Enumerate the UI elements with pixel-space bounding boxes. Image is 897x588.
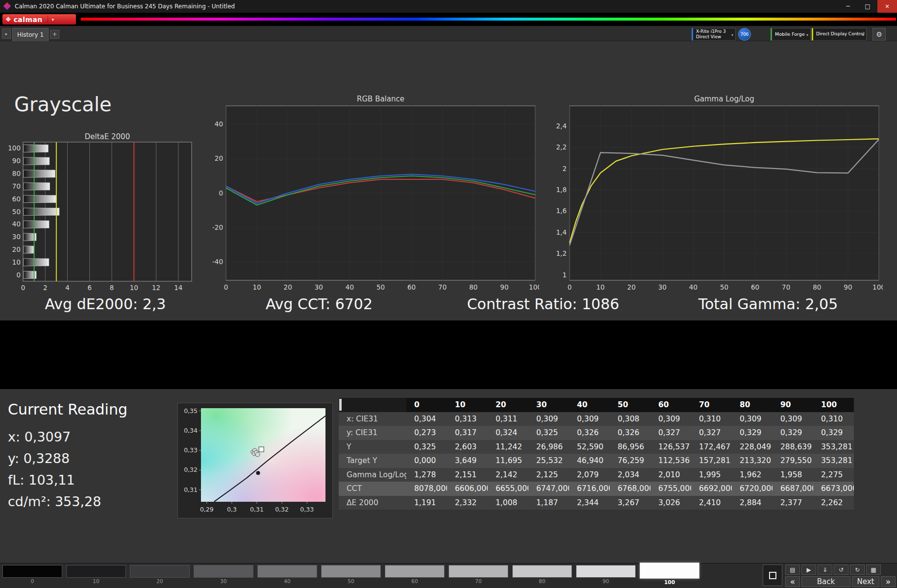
minimize-button[interactable]: ─	[838, 0, 858, 13]
table-col-header: 30	[528, 398, 569, 412]
category-label: 80	[12, 170, 21, 177]
level-button-20[interactable]: 20	[130, 565, 190, 585]
level-button-60[interactable]: 60	[385, 565, 445, 585]
next-button[interactable]: Next	[852, 576, 879, 587]
table-cell: 0,309	[732, 412, 772, 426]
table-cell: 0,317	[447, 426, 488, 440]
category-label: 100	[8, 144, 21, 152]
monitor-icon[interactable]: ▤	[785, 564, 800, 575]
level-label: 30	[194, 578, 253, 584]
tick-label: 2,2	[556, 143, 567, 151]
table-cell: 6687,000	[772, 482, 813, 496]
table-row-label: ΔE 2000	[339, 496, 406, 510]
display-control-dropdown[interactable]: Direct Display Control ▾	[812, 28, 867, 41]
grid-icon[interactable]: ▦	[866, 564, 881, 575]
display-control-label: Direct Display Control	[816, 31, 866, 37]
tick-label: 0,31	[184, 486, 198, 493]
table-cell: 1,008	[488, 496, 528, 510]
table-cell: 2,034	[610, 468, 650, 482]
deltae-bar	[24, 220, 49, 228]
tick-label: 70	[782, 283, 790, 291]
tick-label: 50	[376, 283, 385, 291]
level-label: 40	[257, 578, 317, 584]
table-cell: 0,309	[772, 412, 813, 426]
tab-history-1[interactable]: History 1	[12, 28, 49, 41]
table-cell: 0,329	[813, 426, 854, 440]
table-col-header: 80	[732, 398, 772, 412]
cie-chromaticity-panel: 0,290,30,310,320,330,310,320,330,340,35	[177, 403, 333, 518]
level-button-row: 0102030405060708090100	[2, 565, 699, 585]
table-col-header: 60	[650, 398, 691, 412]
logo-bar: ❖ calman ▾	[0, 13, 897, 26]
table-cell: 353,281	[813, 454, 854, 468]
undo-icon[interactable]: ↺	[834, 564, 848, 575]
tick-label: 70	[438, 283, 447, 291]
table-cell: 1,995	[691, 468, 732, 482]
table-scrollbar-thumb[interactable]	[339, 399, 342, 411]
calman-menu-button[interactable]: ❖ calman ▾	[2, 14, 76, 24]
table-cell: 2,079	[569, 468, 610, 482]
results-table: 0102030405060708090100x: CIE310,3040,313…	[339, 398, 854, 510]
table-cell: 0,310	[691, 412, 732, 426]
table-col-header: 20	[488, 398, 528, 412]
table-cell: 1,958	[772, 468, 813, 482]
level-swatch	[66, 565, 126, 578]
add-tab-button[interactable]: +	[50, 30, 59, 39]
category-label: 30	[12, 233, 21, 241]
panel-expand-button[interactable]: ▸	[2, 28, 11, 39]
level-button-90[interactable]: 90	[576, 565, 636, 585]
tick-label: 1,6	[556, 207, 567, 215]
save-icon[interactable]: ⇓	[818, 564, 832, 575]
close-button[interactable]: ×	[877, 0, 897, 13]
category-label: 10	[12, 258, 21, 266]
next-chevron-icon[interactable]: »	[881, 576, 896, 587]
tick-label: 40	[689, 283, 698, 291]
level-button-10[interactable]: 10	[66, 565, 126, 585]
calman-window: Calman 2020 Calman Ultimate for Business…	[0, 0, 897, 588]
level-button-50[interactable]: 50	[321, 565, 381, 585]
stop-button[interactable]	[763, 564, 782, 586]
level-swatch	[512, 565, 572, 578]
level-label: 10	[66, 578, 126, 584]
table-cell: 26,986	[528, 440, 569, 454]
deltae-bar	[24, 259, 49, 266]
source-dropdown[interactable]: Mobile Forge ▾	[771, 28, 811, 41]
table-cell: 2,603	[447, 440, 488, 454]
maximize-button[interactable]: □	[858, 0, 877, 13]
source-label: Mobile Forge	[775, 31, 810, 37]
gear-icon[interactable]: ⚙	[872, 28, 886, 41]
tick-label: 20	[627, 283, 636, 291]
table-col-header: 90	[772, 398, 813, 412]
table-cell: 112,536	[650, 454, 691, 468]
tick-label: 8	[110, 284, 114, 292]
level-button-40[interactable]: 40	[257, 565, 317, 585]
level-button-100[interactable]: 100	[640, 565, 699, 585]
level-button-70[interactable]: 70	[448, 565, 508, 585]
tick-label: 50	[720, 283, 728, 291]
table-cell: 0,311	[488, 412, 528, 426]
category-label: 0	[16, 271, 21, 279]
back-button[interactable]: Back	[801, 576, 850, 587]
table-cell: 0,324	[488, 426, 528, 440]
play-icon[interactable]: ▶	[801, 564, 816, 575]
meter-device-line1: X-Rite i1Pro 3	[696, 29, 735, 34]
redo-icon[interactable]: ↻	[850, 564, 865, 575]
category-label: 90	[12, 157, 21, 165]
meter-device-dropdown[interactable]: X-Rite i1Pro 3 Direct View ▾	[692, 28, 736, 41]
tick-label: 0	[21, 284, 25, 292]
level-button-0[interactable]: 0	[2, 565, 62, 585]
table-cell: 0,329	[772, 426, 813, 440]
tick-label: 10	[597, 283, 605, 291]
meter-profile-badge[interactable]: 706	[738, 28, 751, 41]
level-button-80[interactable]: 80	[512, 565, 572, 585]
nav-icon-row: ▤ ▶ ⇓ ↺ ↻ ▦	[785, 564, 881, 575]
table-cell: 279,550	[772, 454, 813, 468]
level-button-30[interactable]: 30	[194, 565, 253, 585]
tick-label: 100	[872, 283, 883, 291]
reading-y: y: 0,3288	[8, 451, 70, 466]
back-chevron-icon[interactable]: «	[785, 576, 800, 587]
table-cell: 11,242	[488, 440, 528, 454]
table-cell: 6673,000	[813, 482, 854, 496]
table-cell: 2,125	[528, 468, 569, 482]
table-cell: 172,467	[691, 440, 732, 454]
